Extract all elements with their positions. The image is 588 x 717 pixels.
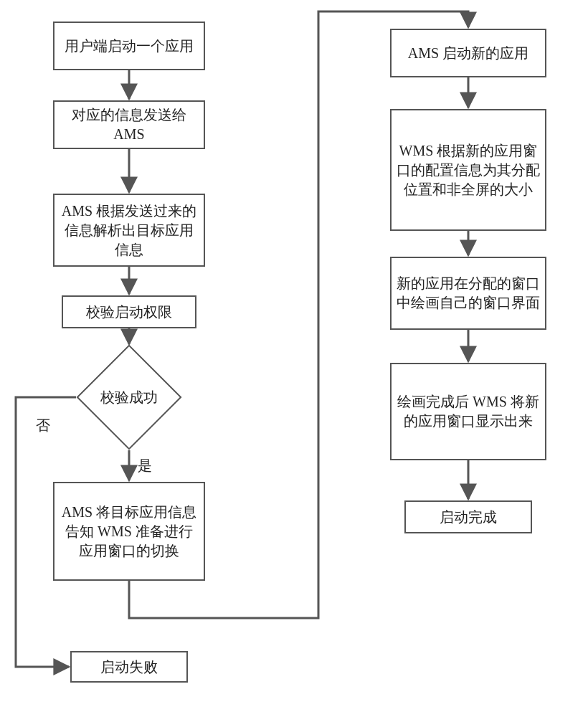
diamond-label: 校验成功 [92, 360, 166, 435]
box-text: 新的应用在分配的窗口中绘画自己的窗口界面 [396, 274, 541, 313]
box-text: 校验启动权限 [86, 303, 172, 322]
box-text: AMS 将目标应用信息告知 WMS 准备进行应用窗口的切换 [59, 503, 199, 561]
box-start-complete: 启动完成 [404, 500, 532, 533]
box-wms-display: 绘画完成后 WMS 将新的应用窗口显示出来 [390, 363, 546, 460]
box-verify-permission: 校验启动权限 [62, 295, 196, 328]
box-text: WMS 根据新的应用窗口的配置信息为其分配位置和非全屏的大小 [396, 141, 541, 199]
box-user-start-app: 用户端启动一个应用 [53, 22, 205, 70]
box-wms-allocate: WMS 根据新的应用窗口的配置信息为其分配位置和非全屏的大小 [390, 109, 546, 231]
flowchart-canvas: 用户端启动一个应用 对应的信息发送给 AMS AMS 根据发送过来的信息解析出目… [0, 0, 588, 717]
box-ams-notify-wms: AMS 将目标应用信息告知 WMS 准备进行应用窗口的切换 [53, 482, 205, 581]
box-text: 启动完成 [440, 508, 497, 527]
box-ams-parse: AMS 根据发送过来的信息解析出目标应用信息 [53, 194, 205, 267]
box-text: AMS 启动新的应用 [408, 44, 528, 63]
box-send-to-ams: 对应的信息发送给 AMS [53, 100, 205, 149]
edge-label-yes: 是 [138, 456, 152, 475]
box-text: AMS 根据发送过来的信息解析出目标应用信息 [59, 201, 199, 260]
box-text: 对应的信息发送给 AMS [59, 105, 199, 144]
box-text: 绘画完成后 WMS 将新的应用窗口显示出来 [396, 392, 541, 431]
box-start-failed: 启动失败 [70, 651, 188, 683]
edge-label-no: 否 [36, 416, 50, 435]
box-text: 用户端启动一个应用 [65, 37, 194, 56]
box-new-app-draw: 新的应用在分配的窗口中绘画自己的窗口界面 [390, 257, 546, 330]
decision-verify-success: 校验成功 [92, 360, 166, 435]
box-text: 启动失败 [100, 657, 158, 677]
box-ams-start-new: AMS 启动新的应用 [390, 29, 546, 77]
